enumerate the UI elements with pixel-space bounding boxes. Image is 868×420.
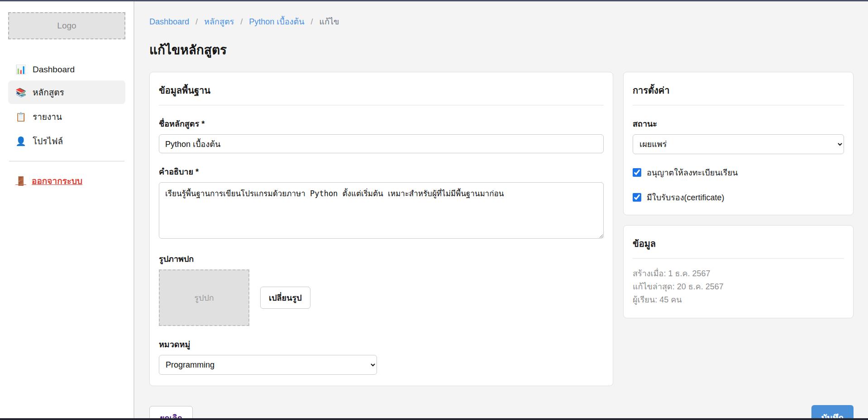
main-content: Dashboard / หลักสูตร / Python เบื้องต้น …	[134, 1, 868, 418]
status-select[interactable]: เผยแพร่	[633, 134, 844, 154]
card-divider	[633, 105, 844, 105]
books-icon: 📚	[15, 87, 26, 98]
settings-heading: การตั้งค่า	[633, 83, 844, 98]
certificate-label: มีใบรับรอง(certificate)	[647, 191, 724, 204]
cover-placeholder-label: รูปปก	[194, 291, 214, 304]
info-card: ข้อมูล สร้างเมื่อ: 1 ธ.ค. 2567 แก้ไขล่าส…	[623, 225, 854, 318]
card-divider	[633, 258, 844, 259]
allow-enrollment-row[interactable]: อนุญาตให้ลงทะเบียนเรียน	[633, 166, 844, 179]
clipboard-icon: 📋	[15, 112, 26, 122]
cancel-button[interactable]: ยกเลิก	[149, 406, 193, 419]
sidebar-divider	[9, 161, 124, 161]
save-button[interactable]: บันทึก	[811, 405, 854, 418]
sidebar-item-courses[interactable]: 📚 หลักสูตร	[8, 80, 125, 104]
side-column: การตั้งค่า สถานะ เผยแพร่ อนุญาตให้ลงทะเบ…	[623, 72, 854, 318]
sidebar-item-reports[interactable]: 📋 รายงาน	[8, 105, 125, 128]
form-actions: ยกเลิก บันทึก	[149, 405, 854, 418]
page-title: แก้ไขหลักสูตร	[149, 40, 855, 60]
logo: Logo	[8, 12, 125, 39]
settings-card: การตั้งค่า สถานะ เผยแพร่ อนุญาตให้ลงทะเบ…	[623, 72, 854, 215]
info-lines: สร้างเมื่อ: 1 ธ.ค. 2567 แก้ไขล่าสุด: 20 …	[633, 268, 844, 306]
sidebar: Logo 📊 Dashboard 📚 หลักสูตร 📋 รายงาน 👤 โ…	[0, 1, 134, 418]
breadcrumb-link-dashboard[interactable]: Dashboard	[149, 17, 189, 26]
logout-label: ออกจากระบบ	[32, 174, 82, 188]
breadcrumb-separator: /	[196, 17, 198, 26]
sidebar-item-label: โปรไฟล์	[33, 134, 63, 148]
info-student-count: ผู้เรียน: 45 คน	[633, 294, 844, 306]
sidebar-nav: 📊 Dashboard 📚 หลักสูตร 📋 รายงาน 👤 โปรไฟล…	[8, 59, 125, 153]
status-label: สถานะ	[633, 117, 844, 130]
course-name-input[interactable]	[159, 134, 604, 153]
sidebar-item-label: หลักสูตร	[33, 85, 64, 99]
logo-label: Logo	[57, 21, 76, 31]
breadcrumb-separator: /	[240, 17, 243, 26]
breadcrumb-separator: /	[311, 17, 313, 26]
course-name-label: ชื่อหลักสูตร *	[159, 117, 604, 130]
basic-info-card: ข้อมูลพื้นฐาน ชื่อหลักสูตร * คำอธิบาย * …	[149, 72, 613, 386]
cover-image-placeholder: รูปปก	[159, 269, 249, 326]
category-label: หมวดหมู่	[159, 338, 604, 351]
certificate-checkbox[interactable]	[633, 193, 641, 202]
breadcrumb-link-courses[interactable]: หลักสูตร	[204, 17, 234, 26]
sidebar-item-label: Dashboard	[33, 65, 75, 75]
logout-link[interactable]: 🚪 ออกจากระบบ	[8, 170, 90, 191]
info-heading: ข้อมูล	[633, 236, 844, 251]
certificate-row[interactable]: มีใบรับรอง(certificate)	[633, 191, 844, 204]
door-icon: 🚪	[15, 176, 26, 186]
description-textarea[interactable]: เรียนรู้พื้นฐานการเขียนโปรแกรมด้วยภาษา P…	[159, 182, 604, 239]
change-image-button[interactable]: เปลี่ยนรูป	[260, 287, 310, 309]
app-window: Logo 📊 Dashboard 📚 หลักสูตร 📋 รายงาน 👤 โ…	[0, 1, 868, 418]
description-label: คำอธิบาย *	[159, 165, 604, 178]
cover-image-row: รูปปก เปลี่ยนรูป	[159, 269, 604, 326]
info-created-at: สร้างเมื่อ: 1 ธ.ค. 2567	[633, 268, 844, 280]
cover-image-label: รูปภาพปก	[159, 252, 604, 265]
bar-chart-icon: 📊	[15, 64, 26, 75]
sidebar-item-profile[interactable]: 👤 โปรไฟล์	[8, 129, 125, 153]
breadcrumb-current: แก้ไข	[320, 17, 339, 26]
allow-enrollment-checkbox[interactable]	[633, 168, 641, 177]
basic-info-heading: ข้อมูลพื้นฐาน	[159, 83, 604, 98]
allow-enrollment-label: อนุญาตให้ลงทะเบียนเรียน	[647, 166, 738, 179]
content-columns: ข้อมูลพื้นฐาน ชื่อหลักสูตร * คำอธิบาย * …	[149, 72, 855, 386]
sidebar-item-dashboard[interactable]: 📊 Dashboard	[8, 59, 125, 80]
sidebar-item-label: รายงาน	[33, 110, 62, 123]
category-select[interactable]: Programming	[159, 355, 377, 375]
person-icon: 👤	[15, 136, 26, 146]
info-last-edited: แก้ไขล่าสุด: 20 ธ.ค. 2567	[633, 281, 844, 293]
card-divider	[159, 105, 604, 105]
breadcrumb-link-course[interactable]: Python เบื้องต้น	[249, 17, 304, 26]
breadcrumb: Dashboard / หลักสูตร / Python เบื้องต้น …	[149, 15, 855, 28]
